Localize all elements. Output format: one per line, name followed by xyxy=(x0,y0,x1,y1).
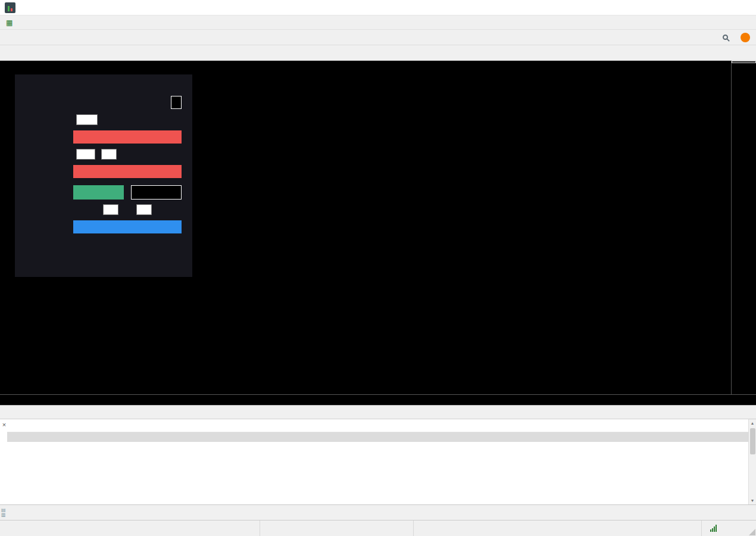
account-summary-row[interactable] xyxy=(7,432,756,442)
time-axis xyxy=(0,394,756,405)
terminal-scrollbar[interactable]: ▲ ▼ xyxy=(748,419,756,504)
ea-panel xyxy=(15,74,192,277)
trailing-toggle-button[interactable] xyxy=(73,165,182,178)
notification-badge[interactable] xyxy=(741,33,750,42)
terminal-view-icons: ▤ ▥ xyxy=(1,508,6,518)
terminal-panel: × ▲ ▼ xyxy=(0,419,756,504)
toolbar-drawing xyxy=(0,45,756,61)
connection-bars-icon xyxy=(710,525,717,532)
chart-area[interactable] xyxy=(0,61,756,405)
order-mode-button[interactable] xyxy=(171,96,182,109)
ea-panel-header xyxy=(15,74,192,94)
status-bar xyxy=(0,520,756,536)
window-close-button[interactable] xyxy=(735,0,756,15)
resize-grip[interactable] xyxy=(749,529,755,535)
window-maximize-button[interactable] xyxy=(713,0,735,15)
scrollbar-thumb[interactable] xyxy=(750,428,755,454)
current-price-tag xyxy=(732,61,756,63)
tp-input[interactable] xyxy=(136,204,152,215)
search-button[interactable] xyxy=(718,31,732,44)
search-icon xyxy=(723,35,728,40)
mt4-logo-icon xyxy=(5,2,15,13)
terminal-chart-icon[interactable]: ▥ xyxy=(1,513,6,518)
buy-orders-button[interactable] xyxy=(73,185,124,200)
terminal-tabs-bar: ▤ ▥ xyxy=(0,504,756,520)
menu-bar: ▦ xyxy=(0,15,756,30)
status-profile[interactable] xyxy=(260,521,414,536)
modify-order-button[interactable] xyxy=(73,220,182,233)
scroll-up-icon[interactable]: ▲ xyxy=(751,419,755,427)
trailing-step-input[interactable] xyxy=(101,149,117,160)
direct-set-button[interactable] xyxy=(131,185,182,200)
breakeven-points-input[interactable] xyxy=(76,114,98,125)
orders-table-header xyxy=(7,419,756,432)
chart-tabs-bar xyxy=(0,405,756,419)
window-minimize-button[interactable] xyxy=(692,0,713,15)
sl-input[interactable] xyxy=(103,204,118,215)
ea-panel-content xyxy=(73,96,182,235)
terminal-close-button[interactable]: × xyxy=(1,421,7,428)
trailing-distance-input[interactable] xyxy=(76,149,95,160)
scroll-down-icon[interactable]: ▼ xyxy=(751,497,755,504)
breakeven-toggle-button[interactable] xyxy=(73,130,182,144)
price-axis xyxy=(731,61,756,394)
status-spacer xyxy=(414,521,702,536)
chart-window-icon: ▦ xyxy=(6,18,13,27)
mt4-window: ▦ xyxy=(0,0,756,536)
title-bar xyxy=(0,0,756,15)
status-help-text xyxy=(0,521,260,536)
toolbar-standard xyxy=(0,30,756,45)
